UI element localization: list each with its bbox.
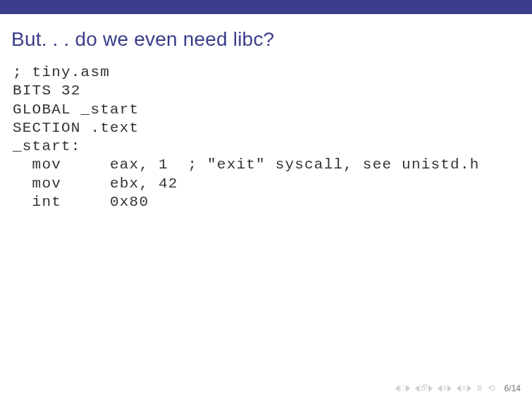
page-total: 14 [512,383,521,393]
triangle-right-icon [447,385,452,392]
triangle-left-icon [395,385,400,392]
triangle-right-icon [467,385,471,392]
nav-footer: □ 🗗 ≡ ≡ ≣ ⟲ 6/14 [395,383,521,393]
triangle-right-icon [406,385,410,392]
nav-first[interactable]: □ [395,384,410,392]
triangle-left-icon [415,385,419,392]
undo-icon[interactable]: ⟲ [488,383,495,393]
triangle-right-icon [428,385,433,392]
lines-icon: ≡ [462,384,466,392]
triangle-left-icon [438,385,442,392]
doc-icon: 🗗 [420,384,428,392]
square-icon: □ [400,384,405,392]
lines-icon: ≡ [443,384,447,392]
slide-top-bar [0,0,532,14]
nav-prev-section[interactable]: 🗗 [415,384,433,392]
code-block: ; tiny.asm BITS 32 GLOBAL _start SECTION… [0,63,532,211]
slide-container: But. . . do we even need libc? ; tiny.as… [0,0,532,399]
toc-icon[interactable]: ≣ [476,384,483,392]
page-number: 6/14 [500,383,521,393]
slide-title: But. . . do we even need libc? [0,14,532,63]
triangle-left-icon [457,385,461,392]
nav-prev[interactable]: ≡ [438,384,452,392]
nav-next[interactable]: ≡ [457,384,471,392]
